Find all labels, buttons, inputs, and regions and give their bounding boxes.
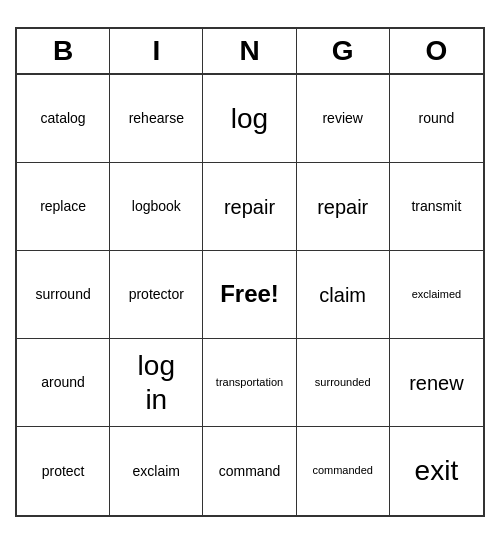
bingo-cell: protect: [17, 427, 110, 515]
bingo-cell: repair: [297, 163, 390, 251]
bingo-cell: surrounded: [297, 339, 390, 427]
bingo-cell: renew: [390, 339, 483, 427]
bingo-header: BINGO: [17, 29, 483, 75]
bingo-cell: transportation: [203, 339, 296, 427]
bingo-cell: exclaimed: [390, 251, 483, 339]
header-letter: I: [110, 29, 203, 73]
bingo-cell: Free!: [203, 251, 296, 339]
bingo-cell: catalog: [17, 75, 110, 163]
bingo-cell: review: [297, 75, 390, 163]
bingo-cell: repair: [203, 163, 296, 251]
bingo-cell: rehearse: [110, 75, 203, 163]
bingo-cell: transmit: [390, 163, 483, 251]
bingo-cell: claim: [297, 251, 390, 339]
bingo-cell: protector: [110, 251, 203, 339]
bingo-cell: exit: [390, 427, 483, 515]
bingo-cell: commanded: [297, 427, 390, 515]
bingo-cell: log: [203, 75, 296, 163]
header-letter: B: [17, 29, 110, 73]
header-letter: O: [390, 29, 483, 73]
bingo-card: BINGO catalogrehearselogreviewroundrepla…: [15, 27, 485, 517]
bingo-grid: catalogrehearselogreviewroundreplacelogb…: [17, 75, 483, 515]
bingo-cell: around: [17, 339, 110, 427]
bingo-cell: surround: [17, 251, 110, 339]
bingo-cell: logbook: [110, 163, 203, 251]
bingo-cell: round: [390, 75, 483, 163]
header-letter: G: [297, 29, 390, 73]
bingo-cell: command: [203, 427, 296, 515]
bingo-cell: exclaim: [110, 427, 203, 515]
bingo-cell: replace: [17, 163, 110, 251]
bingo-cell: log in: [110, 339, 203, 427]
header-letter: N: [203, 29, 296, 73]
